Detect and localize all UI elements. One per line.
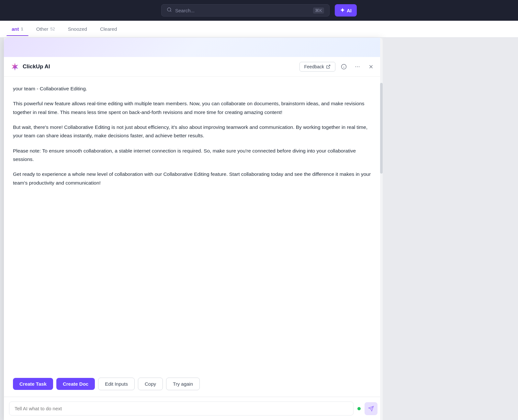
copy-button[interactable]: Copy [138,378,163,390]
tab-ant-badge: 1 [21,27,23,31]
panel-content[interactable]: your team - Collaborative Editing. This … [4,77,383,372]
tab-snoozed[interactable]: Snoozed [63,22,92,36]
panel-header: ClickUp AI Feedback [4,57,383,77]
panel-title: ClickUp AI [23,63,50,70]
clickup-ai-icon [10,62,19,71]
ai-button[interactable]: ✦ AI [335,4,357,17]
right-side-area [383,38,518,420]
panel-scrollbar[interactable] [380,38,383,420]
search-bar[interactable]: Search... ⌘K [161,4,330,17]
external-link-icon [326,64,331,69]
svg-point-5 [355,66,356,67]
action-buttons-row: Create Task Create Doc Edit Inputs Copy … [4,372,383,397]
more-options-button[interactable] [352,62,363,72]
create-doc-button[interactable]: Create Doc [56,378,95,390]
panel-title-group: ClickUp AI [10,62,299,71]
create-task-button[interactable]: Create Task [13,378,53,390]
ai-response: your team - Collaborative Editing. This … [13,85,374,187]
content-area: ClickUp AI Feedback [0,38,518,420]
tab-other-badge: 52 [50,27,55,31]
ai-sparkle-icon: ✦ [340,7,345,14]
feedback-button[interactable]: Feedback [299,62,335,72]
panel-gradient-top [4,38,383,57]
close-button[interactable] [366,62,376,72]
tab-cleared-label: Cleared [100,26,117,32]
status-dot [357,407,361,410]
send-button[interactable] [365,402,377,415]
svg-point-6 [357,66,358,67]
info-button[interactable] [339,62,349,72]
svg-line-1 [328,65,330,67]
scrollbar-thumb[interactable] [380,83,383,174]
svg-point-7 [359,66,359,67]
tab-ant-label: ant [12,26,19,32]
response-paragraph-3: But wait, there's more! Collaborative Ed… [13,123,374,140]
tab-ant[interactable]: ant 1 [6,22,28,36]
ai-input-field[interactable] [9,402,354,415]
response-paragraph-5: Get ready to experience a whole new leve… [13,170,374,187]
response-paragraph-2: This powerful new feature allows real-ti… [13,99,374,117]
ai-button-label: AI [347,8,352,13]
panel-actions: Feedback [299,62,376,72]
response-paragraph-1: your team - Collaborative Editing. [13,85,374,93]
ai-panel: ClickUp AI Feedback [4,38,383,420]
tabs-bar: ant 1 Other 52 Snoozed Cleared [0,21,518,38]
info-icon [341,64,347,70]
tab-other[interactable]: Other 52 [31,22,60,36]
search-icon [167,7,172,14]
tab-cleared[interactable]: Cleared [95,22,122,36]
keyboard-shortcut: ⌘K [313,7,324,14]
try-again-button[interactable]: Try again [166,378,200,390]
ellipsis-icon [355,64,360,70]
top-bar: Search... ⌘K ✦ AI [0,0,518,21]
close-icon [368,64,374,70]
send-icon [368,406,374,412]
tab-other-label: Other [36,26,49,32]
svg-point-0 [167,8,171,11]
feedback-label: Feedback [304,64,324,69]
edit-inputs-button[interactable]: Edit Inputs [98,378,135,390]
response-paragraph-4: Please note: To ensure smooth collaborat… [13,147,374,164]
input-bar [4,397,383,420]
sidebar-strip [0,38,4,420]
search-placeholder-text: Search... [175,8,310,13]
tab-snoozed-label: Snoozed [68,26,87,32]
